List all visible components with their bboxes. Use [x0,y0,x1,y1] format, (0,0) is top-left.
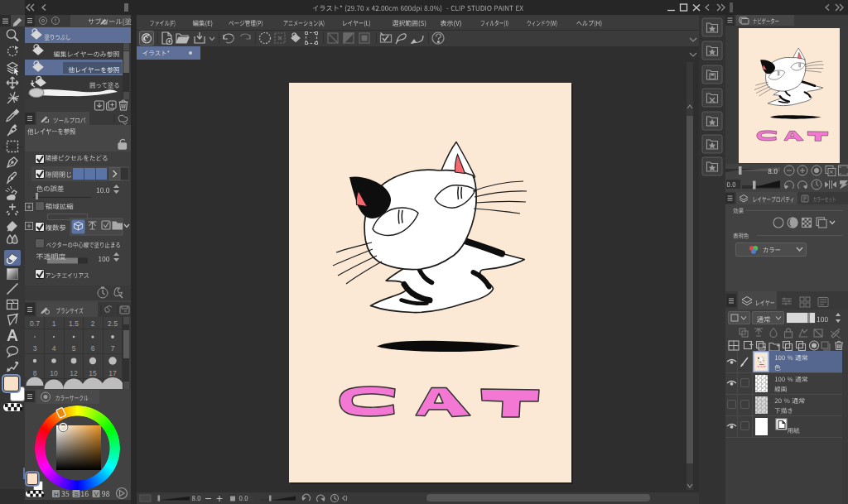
svg-text:7: 7 [111,344,115,353]
svg-text:V: V [94,491,99,498]
svg-text:5: 5 [72,344,76,353]
svg-text:0.7: 0.7 [30,319,40,328]
svg-text:10: 10 [50,369,58,377]
svg-text:4: 4 [52,344,56,353]
svg-text:17: 17 [108,369,117,377]
svg-text:3: 3 [33,344,37,353]
svg-text:8: 8 [33,369,37,377]
svg-text:2.5: 2.5 [108,319,118,328]
svg-text:H: H [54,491,59,498]
svg-text:15: 15 [89,369,97,377]
svg-text:1: 1 [52,319,56,328]
svg-text:S: S [75,491,79,498]
svg-text:2: 2 [91,319,95,328]
svg-text:12: 12 [70,369,78,377]
svg-text:6: 6 [91,344,95,353]
svg-text:1.5: 1.5 [69,319,79,328]
